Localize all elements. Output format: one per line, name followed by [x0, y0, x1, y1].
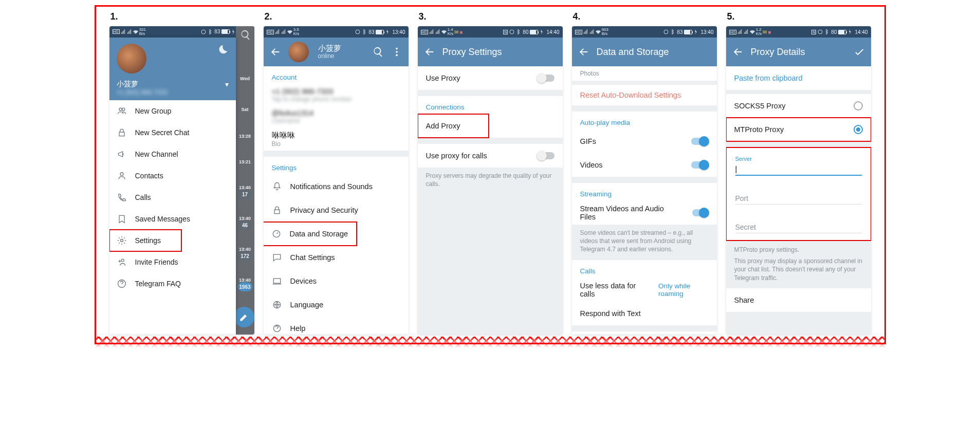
- bluetooth-icon: [516, 29, 521, 34]
- alarm-icon: [509, 29, 514, 34]
- unread-badge: 17: [238, 190, 252, 199]
- hd-icon: HD: [729, 30, 736, 34]
- chevron-down-icon[interactable]: ▾: [225, 80, 229, 88]
- row-mtproto[interactable]: MTProto Proxy: [726, 118, 871, 141]
- charge-icon: [385, 29, 391, 34]
- night-mode-icon[interactable]: [217, 44, 229, 55]
- row-share[interactable]: Share: [726, 288, 871, 312]
- settings-appbar: 小菠萝 online: [264, 38, 409, 66]
- row-language[interactable]: Language: [264, 293, 409, 317]
- row-gifs[interactable]: GIFs: [572, 130, 717, 153]
- wifi-icon: [133, 29, 138, 34]
- row-notifications[interactable]: Notifications and Sounds: [264, 175, 409, 198]
- row-phone[interactable]: +1 (502) 966-7333Tap to change phone num…: [264, 84, 409, 106]
- charge-icon: [848, 29, 853, 34]
- status-bar: HD 1.4K/s ✉ ■ N 80 14:40: [418, 26, 563, 38]
- row-photos[interactable]: Photos: [572, 66, 717, 81]
- row-add-proxy[interactable]: Add Proxy: [418, 114, 489, 138]
- chat-strip[interactable]: Wed Sat 13:28 13:21 13:40 17 13:40 46 13…: [236, 26, 254, 335]
- row-data-storage[interactable]: Data and Storage: [264, 222, 357, 246]
- drawer-username: 小菠萝: [117, 80, 138, 89]
- port-field[interactable]: x Port: [729, 178, 868, 207]
- bluetooth-icon: [824, 29, 829, 34]
- proxy-details-appbar: Proxy Details: [726, 38, 871, 66]
- menu-faq[interactable]: Telegram FAQ: [109, 273, 236, 294]
- back-icon[interactable]: [732, 46, 744, 58]
- more-icon[interactable]: [391, 46, 402, 58]
- row-videos[interactable]: Videos: [572, 153, 717, 177]
- back-icon[interactable]: [424, 46, 435, 58]
- row-less-data[interactable]: Use less data for calls Only while roami…: [572, 278, 717, 302]
- chat-time: Sat: [238, 102, 252, 117]
- menu-calls[interactable]: Calls: [109, 187, 236, 208]
- alarm-icon: [201, 29, 206, 34]
- lock-icon: [272, 205, 282, 215]
- row-username[interactable]: @bolus1314Username: [264, 106, 409, 127]
- section-streaming: Streaming: [572, 183, 717, 201]
- menu-saved[interactable]: Saved Messages: [109, 208, 236, 230]
- avatar[interactable]: [117, 44, 146, 73]
- signal-icon: [589, 29, 595, 34]
- menu-invite[interactable]: Invite Friends: [109, 251, 236, 273]
- group-icon: [117, 106, 127, 116]
- phone-3: HD 1.4K/s ✉ ■ N 80 14:40: [418, 26, 563, 335]
- menu-new-channel[interactable]: New Channel: [109, 143, 236, 165]
- status-bar: HD 331B/s 83 13:40: [109, 26, 254, 38]
- done-icon[interactable]: [854, 46, 865, 58]
- row-bio[interactable]: 咻咻咻 Bio: [264, 127, 409, 151]
- row-respond-text[interactable]: Respond with Text: [572, 302, 717, 325]
- search-icon[interactable]: [373, 46, 384, 58]
- stream-toggle[interactable]: [692, 209, 709, 216]
- clock: 13:40: [700, 29, 713, 35]
- back-icon[interactable]: [578, 46, 589, 58]
- compose-fab[interactable]: [234, 307, 254, 327]
- globe-icon: [272, 300, 282, 310]
- menu-new-group[interactable]: New Group: [109, 100, 236, 122]
- stream-note: Some videos can't be streamed – e.g., al…: [572, 225, 717, 260]
- signal-icon: [275, 29, 280, 34]
- signal-icon: [429, 29, 434, 34]
- hd-icon: HD: [421, 30, 428, 34]
- bluetooth-icon: [362, 29, 367, 34]
- proxy-appbar: Proxy Settings: [418, 38, 563, 66]
- data-icon: [271, 229, 282, 239]
- nav-drawer: 小菠萝 ▾ +1 (502) 966-7333 New Group New Se…: [109, 38, 236, 335]
- step-5: 5. HD 1.2K/s ✉ ■ N 80: [726, 12, 871, 335]
- data-storage-list: Photos Reset Auto-Download Settings Auto…: [572, 66, 717, 335]
- menu-contacts[interactable]: Contacts: [109, 165, 236, 187]
- svg-rect-12: [274, 210, 280, 214]
- menu-settings[interactable]: Settings: [109, 230, 181, 251]
- videos-toggle[interactable]: [691, 161, 709, 169]
- menu-new-secret[interactable]: New Secret Chat: [109, 122, 236, 143]
- row-help[interactable]: Help: [264, 317, 409, 335]
- server-input[interactable]: [735, 163, 862, 176]
- search-icon[interactable]: [240, 29, 251, 43]
- mtproto-radio[interactable]: [854, 125, 863, 134]
- secret-field[interactable]: x Secret: [729, 207, 868, 235]
- row-privacy[interactable]: Privacy and Security: [264, 198, 409, 222]
- chat-time: Wed: [238, 71, 252, 86]
- row-socks5[interactable]: SOCKS5 Proxy: [726, 94, 871, 118]
- section-proxy: Proxy: [572, 331, 717, 335]
- proxy-calls-toggle[interactable]: [537, 152, 554, 159]
- row-use-proxy[interactable]: Use Proxy: [418, 66, 563, 90]
- server-field[interactable]: Server: [729, 150, 868, 178]
- back-icon[interactable]: [270, 46, 281, 58]
- row-reset-autodownload[interactable]: Reset Auto-Download Settings: [572, 85, 717, 105]
- tutorial-frame: 1. HD 331B/s 83 13:40: [95, 5, 886, 344]
- row-paste-clipboard[interactable]: Paste from clipboard: [726, 66, 871, 90]
- battery-icon: [376, 30, 384, 34]
- battery-icon: [530, 30, 538, 34]
- svg-point-9: [396, 48, 398, 50]
- battery-pct: 83: [368, 29, 374, 35]
- row-proxy-calls[interactable]: Use proxy for calls: [418, 144, 563, 168]
- step-number: 5.: [727, 12, 871, 21]
- row-devices[interactable]: Devices: [264, 269, 409, 293]
- svg-point-10: [396, 51, 398, 53]
- row-chat-settings[interactable]: Chat Settings: [264, 246, 409, 269]
- socks5-radio[interactable]: [854, 101, 863, 110]
- avatar[interactable]: [288, 42, 309, 62]
- use-proxy-toggle[interactable]: [537, 75, 554, 82]
- gifs-toggle[interactable]: [691, 138, 709, 145]
- row-stream[interactable]: Stream Videos and Audio Files: [572, 201, 717, 225]
